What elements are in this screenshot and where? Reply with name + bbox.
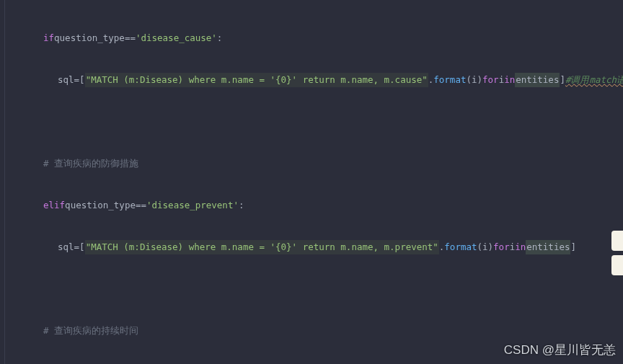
blank-line [14,115,623,128]
code-line: elif question_type == 'disease_prevent': [14,199,623,212]
code-line: # 查询疾病的持续时间 [14,324,623,337]
code-line: # 查询疾病的防御措施 [14,157,623,170]
blank-line [14,283,623,296]
right-toolbar [611,231,623,275]
code-line: sql = ["MATCH (m:Disease) where m.name =… [14,74,623,86]
watermark: CSDN @星川皆无恙 [504,340,616,360]
gutter-line [4,0,5,364]
tool-icon[interactable] [611,255,623,275]
code-line: sql = ["MATCH (m:Disease) where m.name =… [14,241,623,254]
code-line: if question_type == 'disease_cause': [14,32,623,45]
code-editor[interactable]: if question_type == 'disease_cause': sql… [0,0,623,364]
tool-icon[interactable] [611,231,623,251]
